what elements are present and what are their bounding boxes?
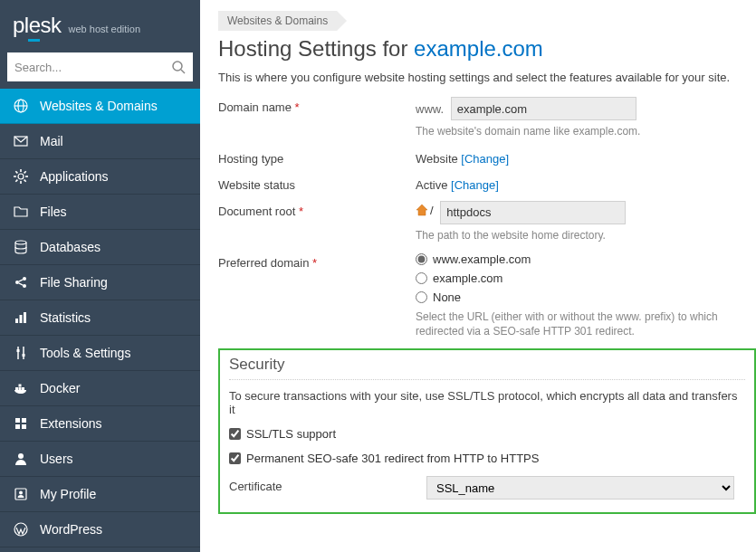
- ssl-support-checkbox[interactable]: SSL/TLS support: [229, 427, 745, 441]
- svg-point-18: [23, 284, 26, 288]
- folder-icon: [13, 204, 29, 220]
- www-prefix: www.: [416, 99, 444, 116]
- nav-item-extensions[interactable]: Extensions: [0, 406, 200, 442]
- svg-marker-40: [416, 205, 427, 215]
- gear-icon: [13, 168, 29, 185]
- security-section: Security To secure transactions with you…: [218, 348, 756, 514]
- svg-point-16: [15, 281, 19, 284]
- nav-item-statistics[interactable]: Statistics: [0, 300, 200, 336]
- nav-item-wordpress[interactable]: WordPress: [0, 512, 200, 547]
- nav-item-websites-domains[interactable]: Websites & Domains: [0, 89, 200, 124]
- svg-rect-25: [17, 349, 20, 352]
- extensions-icon: [13, 415, 29, 432]
- search-input[interactable]: [14, 61, 171, 74]
- svg-point-15: [15, 241, 26, 244]
- svg-rect-33: [22, 418, 26, 423]
- svg-line-1: [181, 70, 185, 73]
- breadcrumb[interactable]: Websites & Domains: [218, 11, 337, 31]
- brand: plesk web host edition: [0, 0, 200, 47]
- nav-item-my-profile[interactable]: My Profile: [0, 477, 200, 512]
- user-icon: [13, 451, 29, 467]
- nav-item-label: Tools & Settings: [40, 346, 130, 360]
- svg-line-19: [19, 280, 24, 281]
- preferred-hint: Select the URL (either with or without t…: [416, 309, 756, 340]
- nav-item-label: File Sharing: [40, 275, 108, 290]
- document-root-input[interactable]: [440, 201, 626, 224]
- nav-item-label: My Profile: [40, 487, 96, 501]
- svg-rect-30: [19, 385, 22, 387]
- tools-icon: [13, 345, 29, 361]
- nav-item-label: Databases: [40, 240, 100, 254]
- svg-rect-35: [22, 424, 26, 429]
- change-status-link[interactable]: [Change]: [451, 178, 499, 192]
- svg-rect-28: [15, 387, 18, 390]
- preferred-domain-option[interactable]: www.example.com: [416, 252, 756, 266]
- row-domain-name: Domain name * www. The website's domain …: [218, 97, 756, 139]
- preferred-domain-option[interactable]: None: [416, 290, 756, 304]
- redirect-checkbox[interactable]: Permanent SEO-safe 301 redirect from HTT…: [229, 452, 745, 465]
- search-container: [0, 47, 200, 89]
- svg-point-17: [23, 277, 26, 281]
- docroot-hint: The path to the website home directory.: [416, 228, 756, 243]
- nav-menu: Websites & DomainsMailApplicationsFilesD…: [0, 89, 200, 547]
- domain-name-input[interactable]: [451, 97, 636, 120]
- nav-item-databases[interactable]: Databases: [0, 230, 200, 265]
- svg-point-6: [18, 174, 24, 179]
- globe-icon: [13, 98, 29, 114]
- search-box[interactable]: [7, 52, 193, 81]
- nav-item-files[interactable]: Files: [0, 195, 200, 230]
- svg-line-20: [19, 283, 24, 285]
- svg-rect-31: [22, 387, 24, 390]
- sidebar: plesk web host edition Websites & Domain…: [0, 0, 200, 552]
- database-icon: [13, 239, 29, 255]
- row-document-root: Document root * / The path to the websit…: [218, 201, 756, 243]
- title-domain-link[interactable]: example.com: [414, 36, 543, 61]
- svg-rect-32: [15, 418, 20, 423]
- nav-item-mail[interactable]: Mail: [0, 124, 200, 159]
- svg-line-13: [15, 180, 17, 182]
- svg-line-12: [24, 180, 26, 182]
- preferred-domain-option[interactable]: example.com: [416, 271, 756, 285]
- svg-point-0: [173, 62, 182, 71]
- svg-rect-22: [20, 315, 23, 323]
- row-hosting-type: Hosting type Website [Change]: [218, 148, 756, 166]
- required-mark: *: [295, 100, 300, 114]
- nav-item-label: Docker: [40, 381, 80, 395]
- page-title: Hosting Settings for example.com: [218, 36, 756, 62]
- svg-point-38: [19, 491, 23, 495]
- page-intro: This is where you configure website host…: [218, 71, 756, 84]
- nav-item-file-sharing[interactable]: File Sharing: [0, 265, 200, 300]
- search-button[interactable]: [171, 60, 186, 74]
- change-hosting-type-link[interactable]: [Change]: [461, 152, 509, 166]
- nav-item-applications[interactable]: Applications: [0, 159, 200, 195]
- svg-line-14: [24, 171, 26, 173]
- home-icon: [416, 204, 428, 216]
- row-website-status: Website status Active [Change]: [218, 175, 756, 192]
- nav-item-label: WordPress: [40, 522, 102, 537]
- nav-item-label: Statistics: [40, 310, 91, 325]
- svg-line-11: [15, 171, 17, 173]
- bars-icon: [13, 309, 29, 326]
- breadcrumb-label: Websites & Domains: [227, 14, 328, 27]
- nav-item-label: Extensions: [40, 416, 101, 431]
- main-content: Websites & Domains Hosting Settings for …: [200, 0, 756, 552]
- svg-rect-29: [19, 387, 22, 390]
- nav-item-label: Users: [40, 452, 73, 466]
- svg-point-36: [18, 453, 24, 459]
- certificate-select[interactable]: SSL_name: [426, 476, 734, 500]
- nav-item-label: Applications: [40, 169, 109, 184]
- svg-rect-27: [23, 354, 25, 357]
- svg-rect-23: [24, 312, 26, 323]
- nav-item-tools-settings[interactable]: Tools & Settings: [0, 336, 200, 371]
- mail-icon: [13, 133, 29, 149]
- nav-item-label: Mail: [40, 134, 63, 148]
- wordpress-icon: [13, 521, 29, 538]
- docker-icon: [13, 380, 29, 396]
- brand-logo: plesk: [13, 13, 62, 38]
- svg-rect-21: [15, 319, 18, 323]
- nav-item-docker[interactable]: Docker: [0, 371, 200, 406]
- nav-item-users[interactable]: Users: [0, 442, 200, 477]
- nav-item-label: Websites & Domains: [40, 99, 158, 113]
- domain-hint: The website's domain name like example.c…: [416, 124, 756, 139]
- nav-item-label: Files: [40, 205, 67, 219]
